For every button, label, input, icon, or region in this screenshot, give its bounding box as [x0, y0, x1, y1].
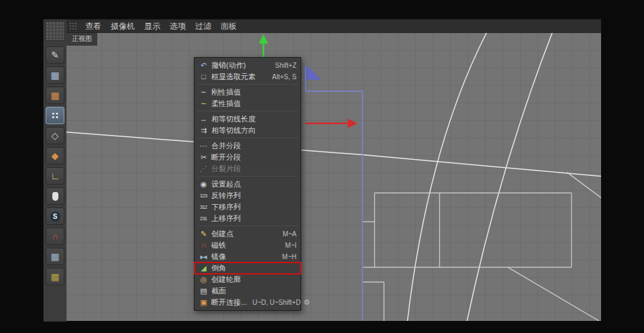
points-mode-icon: ∷	[52, 111, 58, 120]
spline-soft-icon: ∼	[197, 98, 209, 109]
cross-section-icon: ▤	[197, 285, 209, 297]
menu-separator	[197, 226, 298, 226]
context-menu: ↶ 撤销(动作) Shift+Z □ 框显选取元素 Alt+S, S ∼ 刚性插…	[194, 57, 301, 311]
tool-make-editable[interactable]: ✎	[46, 46, 64, 64]
menu-item-shortcut: U~D, U~Shift+D	[252, 299, 301, 306]
menu-item-frame-selected[interactable]: □ 框显选取元素 Alt+S, S	[195, 71, 301, 83]
tangent-length-icon: ↔	[197, 113, 209, 125]
menu-item-explode-segments: ⋰ 分裂片段	[195, 163, 301, 175]
menu-item-equal-tangent-length[interactable]: ↔ 相等切线长度	[195, 113, 301, 125]
menu-item-shortcut: Alt+S, S	[272, 73, 297, 81]
menu-item-rigid-interpolation[interactable]: ∼ 刚性插值	[195, 87, 301, 98]
make-editable-icon: ✎	[51, 50, 59, 60]
menu-item-cross-section[interactable]: ▤ 截面	[195, 285, 301, 297]
menu-item-shortcut: M~H	[282, 253, 297, 260]
move-down-icon: 312	[197, 201, 209, 213]
outline-icon: ◎	[197, 274, 209, 285]
menu-item-label: 断开连接...	[211, 297, 247, 307]
tool-magnet-snap[interactable]: ∩	[46, 228, 64, 245]
frame-select-icon: □	[197, 71, 209, 83]
snap-icon: S	[50, 211, 60, 222]
menu-item-label: 相等切线方向	[211, 126, 297, 136]
menu-item-shortcut: Shift+Z	[275, 62, 297, 69]
menu-item-label: 合并分段	[211, 141, 297, 151]
spline-curve-left[interactable]	[407, 33, 486, 321]
tool-points-mode[interactable]: ∷	[46, 107, 64, 124]
menu-item-label: 框显选取元素	[211, 72, 267, 82]
model-mode-icon: ▦	[50, 70, 59, 80]
menu-item-label: 镜像	[211, 252, 277, 262]
menu-item-label: 下移序列	[211, 202, 297, 212]
viewport-front-view[interactable]: 正视图	[66, 33, 601, 321]
tool-texture-mode[interactable]: ▦	[46, 87, 64, 104]
axis-y-arrow-icon[interactable]	[259, 34, 268, 57]
menu-item-create-outline[interactable]: ◎ 创建轮廓	[195, 274, 301, 285]
menu-item-equal-tangent-direction[interactable]: ⇉ 相等切线方向	[195, 125, 301, 136]
disconnect-icon: ▣	[197, 297, 209, 308]
menubar-item-view[interactable]: 查看	[80, 19, 106, 33]
tool-snap-settings[interactable]: S	[46, 207, 64, 225]
menu-item-break-segments[interactable]: ✂ 断开分段	[195, 152, 301, 163]
tool-polygons-mode[interactable]: ◆	[46, 147, 64, 164]
mouse-icon	[52, 192, 58, 201]
tool-edges-mode[interactable]: ◇	[46, 127, 64, 144]
menu-item-move-up-sequence[interactable]: 231 上移序列	[195, 213, 301, 224]
polygon-outline[interactable]	[362, 193, 599, 321]
menu-item-label: 撤销(动作)	[211, 60, 270, 70]
menu-item-create-point[interactable]: ✎ 创建点 M~A	[195, 228, 301, 240]
toolbar-grip[interactable]	[45, 21, 65, 41]
menu-item-label: 相等切线长度	[211, 114, 297, 124]
menu-item-label: 磁铁	[211, 240, 280, 250]
menu-separator	[197, 111, 298, 111]
menu-item-label: 反转序列	[211, 191, 297, 201]
menu-item-magnet[interactable]: ∩ 磁铁 M~I	[195, 240, 301, 251]
tool-workplane[interactable]: ▦	[46, 268, 64, 285]
menu-item-disconnect[interactable]: ▣ 断开连接... U~D, U~Shift+D ⚙	[195, 297, 301, 308]
spline-curve-right[interactable]	[467, 33, 552, 321]
explode-segments-icon: ⋰	[197, 163, 209, 175]
menu-item-set-first-point[interactable]: ◉ 设置起点	[195, 179, 301, 190]
menu-item-label: 分裂片段	[211, 164, 297, 174]
menu-item-shortcut: M~A	[282, 230, 297, 238]
set-first-point-icon: ◉	[197, 179, 209, 190]
selected-spline[interactable]	[306, 66, 363, 321]
menu-item-label: 倒角	[211, 263, 297, 273]
menubar-item-options[interactable]: 选项	[165, 19, 191, 33]
menubar-item-display[interactable]: 显示	[140, 19, 165, 33]
axis-mode-icon: ∟	[50, 171, 60, 181]
menu-item-label: 上移序列	[211, 213, 297, 224]
menubar-item-filter[interactable]: 过滤	[191, 19, 216, 33]
viewport-wireframe	[66, 33, 601, 321]
tool-viewport-solo[interactable]	[46, 187, 64, 205]
menu-item-undo[interactable]: ↶ 撤销(动作) Shift+Z	[195, 60, 301, 71]
tool-axis-mode[interactable]: ∟	[46, 167, 64, 185]
menu-item-join-segments[interactable]: ⋯ 合并分段	[195, 140, 301, 152]
menu-item-bevel[interactable]: ◢ 倒角	[195, 263, 301, 274]
spline-main[interactable]	[66, 132, 601, 177]
menubar-item-panel[interactable]: 面板	[216, 19, 241, 33]
menu-item-label: 断开分段	[211, 152, 297, 162]
viewport-label[interactable]: 正视图	[66, 33, 97, 46]
gear-icon[interactable]: ⚙	[303, 298, 310, 307]
join-segments-icon: ⋯	[197, 140, 209, 152]
menu-item-move-down-sequence[interactable]: 312 下移序列	[195, 201, 301, 213]
menu-item-shortcut: M~I	[285, 242, 297, 249]
polygons-mode-icon: ◆	[52, 151, 59, 160]
edges-mode-icon: ◇	[52, 131, 59, 140]
menu-item-reverse-sequence[interactable]: 123 反转序列	[195, 190, 301, 201]
menubar-item-camera[interactable]: 摄像机	[106, 19, 140, 33]
plane-handle-icon[interactable]	[307, 65, 321, 80]
menu-item-label: 截面	[211, 286, 297, 296]
tool-model-mode[interactable]: ▦	[46, 66, 64, 84]
move-up-icon: 231	[197, 213, 209, 224]
menubar-grip-icon[interactable]	[69, 22, 77, 30]
axis-x-arrow-icon[interactable]	[306, 119, 358, 128]
tool-workplane-locked[interactable]: ▦	[46, 248, 64, 265]
menu-item-label: 柔性插值	[211, 99, 297, 109]
menu-item-soft-interpolation[interactable]: ∼ 柔性插值	[195, 98, 301, 109]
left-tool-palette: ✎ ▦ ▦ ∷ ◇ ◆ ∟ S ∩ ▦ ▦	[44, 19, 66, 322]
menu-item-mirror[interactable]: ▸◂ 镜像 M~H	[195, 251, 301, 263]
tangent-direction-icon: ⇉	[197, 125, 209, 136]
menu-item-label: 设置起点	[211, 179, 297, 189]
app-window: 查看 摄像机 显示 选项 过滤 面板 ✎ ▦ ▦ ∷ ◇ ◆ ∟ S ∩ ▦ ▦…	[43, 19, 601, 321]
